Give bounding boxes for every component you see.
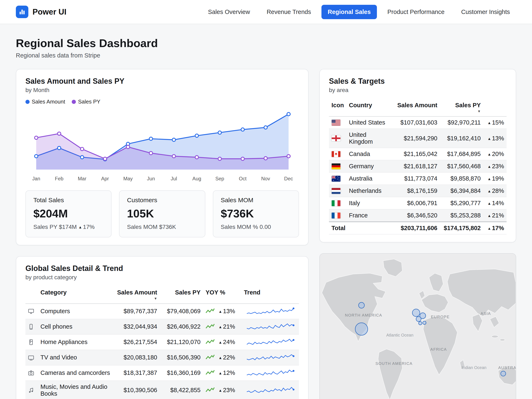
up-triangle-icon: ▲	[78, 225, 82, 229]
map-bubble[interactable]	[355, 323, 368, 335]
sales-chart-subtitle: by Month	[25, 87, 299, 93]
targets-title: Sales & Targets	[329, 77, 507, 86]
country-row: Canada $21,165,042 $17,684,895 ▲20%	[329, 148, 507, 160]
country-sales-amount: $107,031,603	[393, 117, 440, 129]
up-triangle-icon: ▲	[218, 388, 222, 393]
country-sales-py: $5,253,288	[440, 209, 483, 222]
category-yoy: ▲13%	[203, 304, 241, 319]
kpi-label: Total Sales	[33, 196, 104, 204]
category-sales-amount: $89,767,337	[113, 304, 160, 319]
country-sales-amount: $6,346,520	[393, 209, 440, 222]
category-row: Music, Movies and Audio Books $10,390,50…	[25, 381, 299, 399]
kpi-value: 105K	[127, 207, 197, 220]
app-logo-icon	[16, 6, 28, 18]
svg-text:Oct: Oct	[239, 176, 247, 181]
col-country-sales-amount[interactable]: Sales Amount	[393, 98, 440, 117]
nav-item-sales-overview[interactable]: Sales Overview	[202, 5, 256, 19]
sales-chart-title: Sales Amount and Sales PY	[25, 77, 299, 86]
col-country[interactable]: Country	[347, 98, 393, 117]
targets-card: Sales & Targets by area Icon Country Sal…	[319, 69, 516, 242]
map-bubble[interactable]	[416, 317, 421, 322]
country-name: Netherlands	[347, 185, 393, 197]
camera-icon	[28, 370, 34, 376]
col-country-sales-py[interactable]: Sales PY▼	[440, 98, 483, 117]
country-sales-py: $9,858,870	[440, 172, 483, 185]
map-label: Atlantic Ocean	[386, 333, 413, 337]
tv-icon	[28, 354, 34, 361]
kpi-row: Total Sales $204M Sales PY $174M▲17% Cus…	[25, 190, 299, 237]
up-triangle-icon: ▲	[488, 214, 491, 218]
map-bubble[interactable]	[501, 371, 506, 376]
map-bubble[interactable]	[359, 302, 364, 308]
category-row: Cameras and camcorders $18,317,387 $16,3…	[25, 365, 299, 381]
col-trend[interactable]: Trend	[241, 286, 299, 304]
kpi-sub: Sales MOM $736K	[127, 224, 197, 230]
country-row: United Kingdom $21,594,290 $19,162,410 ▲…	[329, 129, 507, 148]
sales-line-chart[interactable]: JanFebMarAprMayJunJulAugSepOctNovDec	[25, 107, 299, 185]
map-label: SOUTH AMERICA	[375, 361, 412, 366]
category-table-card: Global Sales Detail & Trend by product c…	[16, 256, 309, 399]
world-map: NORTH AMERICAAtlantic OceanEUROPEASIAAFR…	[320, 254, 516, 399]
nav-item-product-performance[interactable]: Product Performance	[381, 5, 451, 19]
country-name: Australia	[347, 172, 393, 185]
flag-ca-icon	[331, 151, 341, 157]
sort-desc-icon: ▼	[115, 297, 157, 300]
country-row: Netherlands $8,176,159 $6,394,884 ▲28%	[329, 185, 507, 197]
col-category[interactable]: Category	[38, 286, 113, 304]
yoy-trend-up-icon	[206, 370, 215, 376]
svg-text:Apr: Apr	[101, 176, 109, 181]
svg-text:Sep: Sep	[215, 176, 224, 181]
map-card[interactable]: NORTH AMERICAAtlantic OceanEUROPEASIAAFR…	[319, 253, 516, 399]
up-triangle-icon: ▲	[488, 177, 491, 181]
nav-item-revenue-trends[interactable]: Revenue Trends	[260, 5, 317, 19]
kpi-label: Sales MOM	[221, 196, 291, 204]
category-yoy: ▲24%	[203, 334, 241, 350]
svg-text:Dec: Dec	[284, 176, 293, 181]
svg-text:Aug: Aug	[192, 176, 201, 181]
up-triangle-icon: ▲	[488, 137, 491, 141]
map-bubble[interactable]	[418, 322, 422, 325]
category-sales-py: $8,422,855	[160, 381, 203, 399]
col-yoy[interactable]: YOY %	[203, 286, 241, 304]
map-bubble[interactable]	[423, 321, 426, 325]
svg-text:Jun: Jun	[147, 176, 155, 181]
trend-sparkline	[244, 353, 297, 362]
kpi-card: Sales MOM $736K Sales MOM % 0.00	[213, 190, 299, 237]
flag-au-icon	[331, 176, 341, 182]
up-triangle-icon: ▲	[218, 340, 222, 344]
flag-uk-icon	[331, 135, 341, 141]
country-name: United Kingdom	[347, 129, 393, 148]
up-triangle-icon: ▲	[218, 356, 222, 360]
country-sales-amount: $21,618,127	[393, 160, 440, 172]
up-triangle-icon: ▲	[218, 309, 222, 314]
category-name: Cell phones	[38, 319, 113, 334]
brand: Power UI	[16, 6, 66, 18]
category-sales-amount: $26,217,554	[113, 334, 160, 350]
country-change: ▲28%	[483, 185, 507, 197]
brand-name: Power UI	[32, 7, 66, 16]
category-name: Computers	[38, 304, 113, 319]
category-row: Cell phones $32,044,934 $26,406,922 ▲21%	[25, 319, 299, 334]
category-name: Music, Movies and Audio Books	[38, 381, 113, 399]
col-sales-amount[interactable]: Sales Amount▼	[113, 286, 160, 304]
col-sales-py[interactable]: Sales PY	[160, 286, 203, 304]
country-sales-amount: $21,594,290	[393, 129, 440, 148]
kpi-card: Customers 105K Sales MOM $736K	[119, 190, 205, 237]
map-bubble[interactable]	[412, 309, 420, 317]
category-name: Home Appliances	[38, 334, 113, 350]
kpi-card: Total Sales $204M Sales PY $174M▲17%	[25, 190, 112, 237]
nav-item-customer-insights[interactable]: Customer Insights	[455, 5, 516, 19]
svg-text:May: May	[123, 176, 133, 181]
kpi-value: $736K	[221, 207, 291, 220]
up-triangle-icon: ▲	[218, 371, 222, 375]
kpi-sub: Sales MOM % 0.00	[221, 224, 291, 230]
svg-text:Nov: Nov	[261, 176, 270, 181]
country-row: Germany $21,618,127 $17,560,468 ▲23%	[329, 160, 507, 172]
country-row: France $6,346,520 $5,253,288 ▲21%	[329, 209, 507, 222]
up-triangle-icon: ▲	[488, 165, 491, 169]
nav-item-regional-sales[interactable]: Regional Sales	[322, 5, 377, 19]
category-sales-amount: $32,044,934	[113, 319, 160, 334]
category-yoy: ▲22%	[203, 350, 241, 365]
sort-desc-icon: ▼	[442, 110, 481, 113]
category-sales-py: $16,360,169	[160, 365, 203, 381]
